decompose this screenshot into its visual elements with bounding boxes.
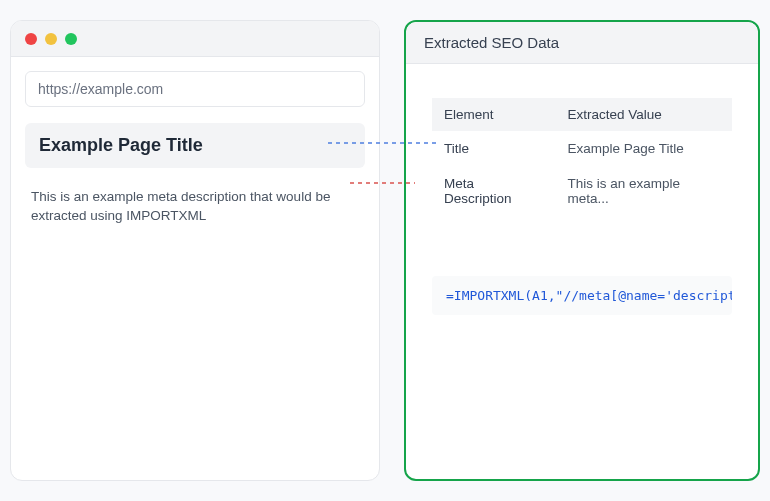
- page-title-box: Example Page Title: [25, 123, 365, 168]
- page-title: Example Page Title: [39, 135, 351, 156]
- cell-element: Meta Description: [432, 166, 556, 216]
- table-row: Meta Description This is an example meta…: [432, 166, 732, 216]
- maximize-icon[interactable]: [65, 33, 77, 45]
- table-row: Title Example Page Title: [432, 131, 732, 166]
- window-titlebar: [11, 21, 379, 57]
- col-value: Extracted Value: [556, 98, 732, 131]
- formula-box: =IMPORTXML(A1,"//meta[@name='description…: [432, 276, 732, 315]
- url-input[interactable]: [25, 71, 365, 107]
- meta-description: This is an example meta description that…: [11, 178, 379, 236]
- col-element: Element: [432, 98, 556, 131]
- close-icon[interactable]: [25, 33, 37, 45]
- cell-element: Title: [432, 131, 556, 166]
- cell-value: Example Page Title: [556, 131, 732, 166]
- seo-table: Element Extracted Value Title Example Pa…: [432, 98, 732, 216]
- cell-value: This is an example meta...: [556, 166, 732, 216]
- seo-panel: Extracted SEO Data Element Extracted Val…: [404, 20, 760, 481]
- minimize-icon[interactable]: [45, 33, 57, 45]
- browser-window: Example Page Title This is an example me…: [10, 20, 380, 481]
- seo-panel-header: Extracted SEO Data: [406, 22, 758, 64]
